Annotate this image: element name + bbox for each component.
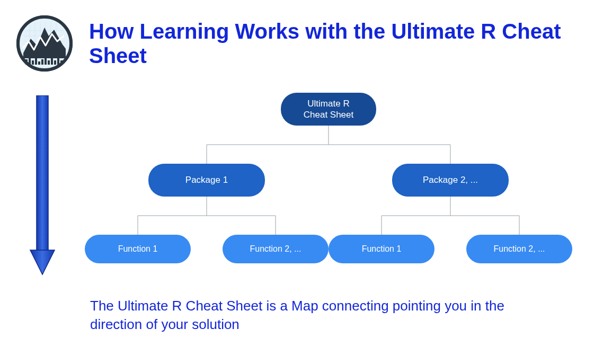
tree-function-label: Function 1 bbox=[362, 244, 402, 254]
tree-root-node: Ultimate R Cheat Sheet bbox=[281, 93, 376, 126]
tree-function-label: Function 1 bbox=[118, 244, 158, 254]
svg-rect-26 bbox=[37, 95, 48, 252]
down-arrow-icon bbox=[29, 95, 56, 278]
tree-function-label: Function 2, ... bbox=[494, 244, 545, 254]
tree-package-node: Package 2, ... bbox=[392, 164, 509, 197]
tree-package-label: Package 2, ... bbox=[423, 174, 478, 185]
svg-rect-21 bbox=[51, 58, 53, 65]
page-title: How Learning Works with the Ultimate R C… bbox=[89, 15, 591, 68]
header: How Learning Works with the Ultimate R C… bbox=[0, 0, 612, 74]
svg-rect-17 bbox=[38, 61, 40, 65]
svg-rect-19 bbox=[45, 57, 47, 65]
tree-diagram: Ultimate R Cheat Sheet Package 1 Package… bbox=[85, 93, 572, 283]
tree-package-node: Package 1 bbox=[148, 164, 265, 197]
svg-rect-22 bbox=[54, 60, 56, 65]
svg-rect-20 bbox=[48, 60, 50, 65]
logo-badge bbox=[16, 15, 73, 74]
tree-function-node: Function 1 bbox=[85, 235, 191, 263]
chart-logo-icon bbox=[16, 15, 73, 72]
tree-function-label: Function 2, ... bbox=[250, 244, 301, 254]
svg-rect-18 bbox=[41, 59, 43, 65]
caption-text: The Ultimate R Cheat Sheet is a Map conn… bbox=[90, 297, 530, 334]
tree-package-label: Package 1 bbox=[185, 174, 228, 185]
tree-function-node: Function 2, ... bbox=[466, 235, 572, 263]
svg-rect-16 bbox=[35, 58, 37, 65]
tree-function-node: Function 1 bbox=[329, 235, 434, 263]
tree-root-label: Ultimate R Cheat Sheet bbox=[304, 98, 354, 121]
svg-rect-15 bbox=[32, 60, 34, 65]
tree-function-node: Function 2, ... bbox=[223, 235, 329, 263]
